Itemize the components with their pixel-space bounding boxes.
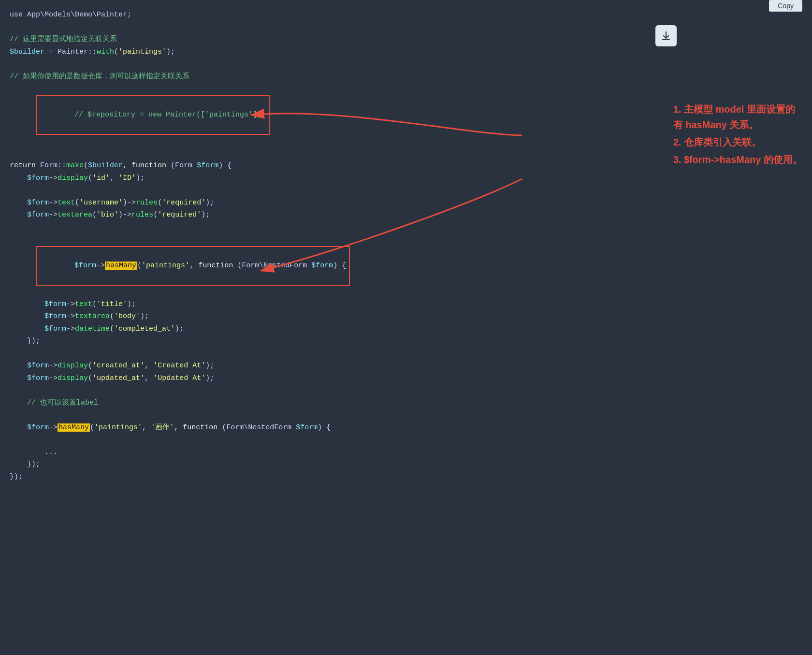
code-line-hasmany2: $form->hasMany('paintings', '画作', functi… xyxy=(10,422,802,434)
download-icon xyxy=(655,25,677,46)
copy-button[interactable]: Copy xyxy=(769,0,802,12)
code-line-comment2: // 如果你使用的是数据仓库，则可以这样指定关联关系 xyxy=(10,71,802,83)
annotation-line3: 2. 仓库类引入关联。 xyxy=(673,134,802,150)
code-line-text-username: $form->text('username')->rules('required… xyxy=(10,197,802,209)
code-line-display-created: $form->display('created_at', 'Created At… xyxy=(10,360,802,372)
code-line-textarea-body: $form->textarea('body'); xyxy=(10,310,802,323)
code-line-display-updated: $form->display('updated_at', 'Updated At… xyxy=(10,372,802,385)
code-line-datetime: $form->datetime('completed_at'); xyxy=(10,323,802,335)
annotation-line2: 有 hasMany 关系。 xyxy=(673,117,802,132)
code-line-comment1: // 这里需要显式地指定关联关系 xyxy=(10,33,802,46)
annotation-line4: 3. $form->hasMany 的使用。 xyxy=(673,152,802,167)
code-line-1: use App\Models\Demo\Painter; xyxy=(10,9,802,21)
annotation-line1: 1. 主模型 model 里面设置的 xyxy=(673,102,802,117)
code-block: use App\Models\Demo\Painter; // 这里需要显式地指… xyxy=(10,5,802,483)
code-line-display-id: $form->display('id', 'ID'); xyxy=(10,172,802,185)
code-container: Copy use App\Models\Demo\Painter; // 这里需… xyxy=(0,0,812,655)
code-line-builder: $builder = Painter::with('paintings'); xyxy=(10,46,802,58)
code-line-text-title: $form->text('title'); xyxy=(10,298,802,311)
code-line-textarea-bio: $form->textarea('bio')->rules('required'… xyxy=(10,209,802,221)
code-line-close3: }); xyxy=(10,471,802,483)
code-line-dots: ... xyxy=(10,446,802,459)
code-line-comment3: // 也可以设置label xyxy=(10,397,802,409)
code-line-close2: }); xyxy=(10,458,802,471)
code-line-hasmany: $form->hasMany('paintings', function (Fo… xyxy=(10,233,802,298)
annotation-box: 1. 主模型 model 里面设置的 有 hasMany 关系。 2. 仓库类引… xyxy=(673,102,802,167)
code-line-close1: }); xyxy=(10,335,802,348)
